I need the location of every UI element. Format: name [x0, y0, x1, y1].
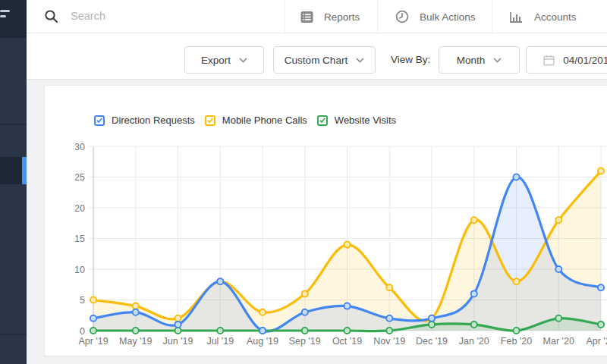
date-picker-value: 04/01/2019 — [563, 55, 607, 66]
svg-text:0: 0 — [80, 326, 85, 337]
nav-item-reports[interactable]: Reports — [300, 0, 360, 33]
svg-text:15: 15 — [75, 234, 85, 244]
svg-text:Nov '19: Nov '19 — [373, 336, 405, 347]
svg-text:Mar '20: Mar '20 — [543, 336, 574, 347]
svg-text:Oct '19: Oct '19 — [332, 336, 362, 347]
calendar-icon — [543, 55, 555, 66]
legend-item-mobile-phone-calls[interactable]: Mobile Phone Calls — [205, 115, 307, 126]
header-divider — [377, 0, 378, 33]
chevron-down-icon — [239, 58, 247, 63]
svg-text:Jun '19: Jun '19 — [163, 336, 193, 347]
clock-icon — [395, 10, 409, 24]
legend-label: Website Visits — [335, 115, 396, 126]
sidebar-separator — [0, 334, 27, 335]
svg-text:May '19: May '19 — [119, 336, 152, 347]
sidebar-active-indicator — [22, 157, 27, 184]
svg-text:30: 30 — [75, 142, 85, 152]
checkbox-checked-icon[interactable] — [205, 115, 215, 126]
legend-label: Mobile Phone Calls — [222, 115, 307, 126]
bar-chart-icon — [509, 11, 524, 24]
legend-item-website-visits[interactable]: Website Visits — [317, 115, 396, 126]
reports-list-icon — [300, 11, 313, 24]
view-by-label: View By: — [391, 46, 430, 74]
nav-label-reports: Reports — [324, 11, 360, 23]
export-button[interactable]: Export — [184, 46, 264, 74]
month-select-value: Month — [457, 55, 486, 66]
svg-text:Aug '19: Aug '19 — [247, 336, 278, 347]
sidebar-item-active[interactable] — [0, 157, 27, 184]
svg-text:5: 5 — [80, 295, 85, 306]
chart-legend: Direction Requests Mobile Phone Calls We… — [94, 115, 406, 126]
svg-text:Jul '19: Jul '19 — [206, 336, 234, 347]
checkbox-checked-icon[interactable] — [94, 115, 105, 126]
svg-text:Apr '20: Apr '20 — [586, 336, 607, 347]
sidebar-logo-area[interactable] — [0, 0, 27, 38]
checkbox-checked-icon[interactable] — [317, 115, 328, 126]
filter-toolbar: Export Custom Chart View By: Month 04/01… — [0, 33, 607, 80]
search-icon[interactable] — [44, 9, 58, 24]
chevron-down-icon — [356, 58, 364, 63]
header-divider — [285, 0, 285, 33]
svg-text:10: 10 — [75, 265, 85, 275]
hamburger-menu-icon — [0, 15, 6, 17]
nav-item-accounts[interactable]: Accounts — [509, 0, 577, 33]
date-picker[interactable]: 04/01/2019 — [526, 46, 607, 74]
top-header: Search Reports Bulk Actions Acco — [0, 0, 607, 33]
sidebar — [0, 0, 27, 364]
svg-text:Feb '20: Feb '20 — [501, 336, 532, 347]
chevron-down-icon — [493, 58, 502, 63]
svg-text:Jan '20: Jan '20 — [459, 336, 489, 347]
line-area-chart[interactable]: 051015202530Apr '19May '19Jun '19Jul '19… — [75, 137, 607, 357]
svg-text:Dec '19: Dec '19 — [416, 336, 448, 347]
svg-text:20: 20 — [75, 203, 85, 214]
legend-label: Direction Requests — [112, 115, 195, 126]
nav-label-accounts: Accounts — [534, 11, 577, 23]
month-select[interactable]: Month — [439, 46, 520, 74]
sidebar-separator — [0, 124, 27, 125]
header-divider — [492, 0, 492, 33]
custom-chart-label: Custom Chart — [285, 55, 348, 66]
search-input[interactable]: Search — [71, 10, 105, 22]
nav-label-bulk-actions: Bulk Actions — [420, 11, 476, 23]
export-label: Export — [201, 55, 231, 66]
svg-text:25: 25 — [75, 172, 85, 183]
chart-card: Direction Requests Mobile Phone Calls We… — [44, 85, 607, 356]
hamburger-menu-icon — [0, 10, 10, 12]
nav-item-bulk-actions[interactable]: Bulk Actions — [395, 0, 476, 33]
custom-chart-button[interactable]: Custom Chart — [273, 46, 376, 74]
svg-text:Sep '19: Sep '19 — [289, 336, 321, 347]
svg-text:Apr '19: Apr '19 — [78, 336, 108, 347]
legend-item-direction-requests[interactable]: Direction Requests — [94, 115, 195, 126]
